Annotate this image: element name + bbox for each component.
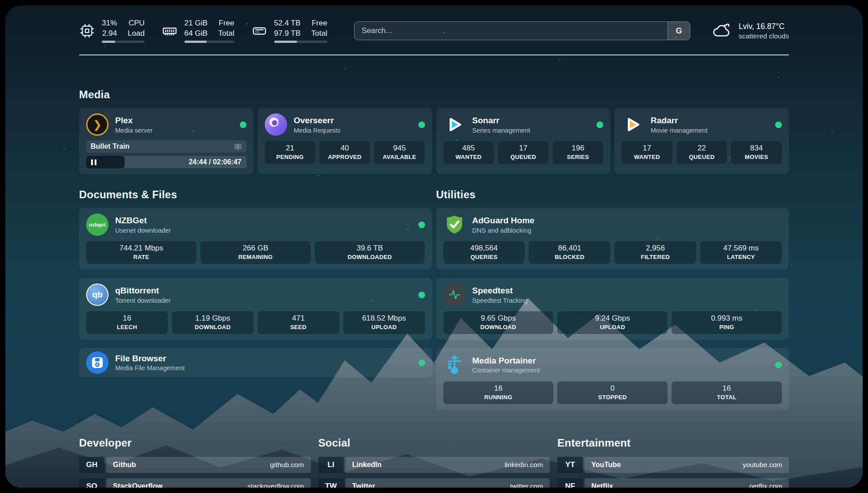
bookmark-twitter[interactable]: TW Twittertwitter.com: [318, 478, 550, 488]
bookmark-name: Netflix: [591, 482, 613, 488]
service-card-radarr[interactable]: Radarr Movie management 17WANTED 22QUEUE…: [614, 108, 789, 174]
stat-block: 9.65 GbpsDOWNLOAD: [443, 311, 554, 334]
bookmark-netflix[interactable]: NF Netflixnetflix.com: [557, 478, 789, 488]
top-bar: 31%2.94 CPULoad 21 GiB64 GiB: [79, 5, 789, 43]
service-card-overseerr[interactable]: Overseerr Media Requests 21PENDING 40APP…: [258, 108, 432, 174]
memory-icon: [162, 23, 178, 39]
player-progress-row: 24:44 / 02:06:47: [86, 156, 246, 168]
bookmark-url: github.com: [270, 461, 304, 469]
bookmark-abbr: GH: [79, 457, 104, 473]
bookmark-stackoverflow[interactable]: SO StackOverflowstackoverflow.com: [79, 478, 311, 488]
service-name: NZBGet: [115, 215, 171, 226]
disk-widget: 52.4 TB97.9 TB FreeTotal: [251, 19, 327, 43]
bookmark-url: stackoverflow.com: [247, 482, 304, 488]
service-subtitle: Usenet downloader: [115, 226, 171, 234]
service-card-adguard[interactable]: AdGuard Home DNS and adblocking 498,564Q…: [436, 208, 789, 270]
stat-block: 266 GBREMAINING: [200, 241, 311, 264]
cloud-icon: [712, 21, 732, 41]
disk-free-value: 52.4 TB: [274, 19, 300, 28]
cpu-load-value: 2.94: [102, 29, 117, 38]
service-card-qbittorrent[interactable]: qb qBittorrent Torrent downloader 16LEEC…: [79, 278, 432, 340]
weather-widget: Lviv, 16.87°C scattered clouds: [712, 21, 789, 41]
search-bar: G: [354, 21, 690, 40]
disk-stats: 52.4 TB97.9 TB FreeTotal: [274, 19, 327, 43]
stat-block: 16RUNNING: [443, 381, 554, 404]
disk-icon: [251, 23, 267, 39]
bookmark-youtube[interactable]: YT YouTubeyoutube.com: [557, 457, 789, 473]
stat-block: 1.19 GbpsDOWNLOAD: [172, 311, 254, 334]
plex-icon: ❯: [86, 113, 108, 136]
status-dot: [418, 221, 425, 228]
cpu-icon: [79, 23, 95, 39]
section-title-media: Media: [79, 88, 789, 101]
bookmark-abbr: TW: [318, 478, 344, 488]
service-card-filebrowser[interactable]: File Browser Media File Management: [79, 348, 432, 377]
stat-block: 17WANTED: [622, 141, 672, 164]
bookmark-url: netflix.com: [749, 482, 782, 488]
stat-block: 945AVAILABLE: [374, 141, 425, 164]
bookmark-github[interactable]: GH Githubgithub.com: [79, 457, 311, 473]
stat-block: 0.993 msPING: [672, 311, 782, 334]
memory-free-value: 21 GiB: [184, 19, 208, 28]
bookmark-url: linkedin.com: [505, 461, 543, 469]
service-card-speedtest[interactable]: Speedtest Speedtest Tracking 9.65 GbpsDO…: [436, 278, 789, 340]
filebrowser-icon: [86, 351, 108, 374]
section-utilities: Utilities AdGuard Home DNS and adblockin…: [436, 188, 789, 409]
section-title-utilities: Utilities: [436, 188, 789, 201]
section-documents: Documents & Files nzbget NZBGet Usenet d…: [79, 188, 432, 377]
radarr-icon: [622, 113, 644, 136]
stat-block: 834MOVIES: [731, 141, 782, 164]
section-title-documents: Documents & Files: [79, 188, 432, 201]
disk-progress-bar: [274, 41, 327, 43]
status-dot: [418, 292, 425, 298]
camera-icon[interactable]: [234, 142, 242, 150]
portainer-icon: [443, 354, 466, 376]
bookmark-abbr: NF: [557, 478, 583, 488]
bookmark-name: Twitter: [352, 482, 375, 488]
bookmark-url: twitter.com: [510, 482, 543, 488]
bookmark-group-social: Social LI LinkedInlinkedin.com TW Twitte…: [318, 437, 550, 488]
bookmark-group-developer: Developer GH Githubgithub.com SO StackOv…: [79, 437, 311, 488]
status-dot: [418, 121, 425, 128]
cpu-progress-bar: [102, 41, 145, 43]
bookmark-group-entertainment: Entertainment YT YouTubeyoutube.com NF N…: [557, 437, 789, 488]
section-title-developer: Developer: [79, 437, 311, 449]
now-playing-title: Bullet Train: [91, 142, 129, 150]
stat-block: 485WANTED: [443, 141, 494, 164]
status-dot: [775, 362, 782, 368]
service-subtitle: DNS and adblocking: [472, 226, 534, 234]
section-media: Media ❯ Plex Media server Bullet Train: [79, 88, 789, 174]
memory-total-value: 64 GiB: [184, 29, 208, 38]
bookmark-name: StackOverflow: [113, 482, 163, 488]
service-name: File Browser: [115, 353, 185, 364]
pause-icon[interactable]: [91, 159, 96, 165]
bookmark-name: LinkedIn: [352, 461, 382, 469]
service-subtitle: Media File Management: [115, 364, 185, 372]
service-card-portainer[interactable]: Media Portainer Container management 16R…: [436, 348, 789, 410]
memory-progress-bar: [184, 41, 234, 43]
cpu-label: CPU: [129, 19, 145, 28]
service-card-sonarr[interactable]: Sonarr Series management 485WANTED 17QUE…: [436, 108, 611, 174]
search-provider-button[interactable]: G: [668, 22, 690, 40]
stat-block: 498,564QUERIES: [443, 241, 525, 264]
service-subtitle: Torrent downloader: [115, 297, 171, 305]
status-dot: [775, 121, 782, 128]
bookmark-linkedin[interactable]: LI LinkedInlinkedin.com: [318, 457, 550, 473]
cpu-stats: 31%2.94 CPULoad: [102, 19, 145, 43]
stat-block: 22QUEUED: [676, 141, 727, 164]
speedtest-icon: [443, 284, 466, 306]
memory-stats: 21 GiB64 GiB FreeTotal: [184, 19, 234, 43]
section-title-social: Social: [318, 437, 550, 449]
weather-condition: scattered clouds: [739, 32, 789, 41]
disk-free-label: Free: [312, 19, 327, 28]
topbar-divider: [79, 54, 789, 55]
status-dot: [597, 121, 603, 128]
search-input[interactable]: [355, 22, 668, 40]
memory-free-label: Free: [219, 19, 234, 28]
memory-total-label: Total: [218, 29, 234, 38]
service-card-nzbget[interactable]: nzbget NZBGet Usenet downloader 744.21 M…: [79, 208, 432, 270]
service-card-plex[interactable]: ❯ Plex Media server Bullet Train: [79, 108, 254, 174]
stat-block: 471SEED: [258, 311, 339, 334]
stat-block: 86,401BLOCKED: [529, 241, 610, 264]
bookmark-abbr: SO: [79, 478, 104, 488]
